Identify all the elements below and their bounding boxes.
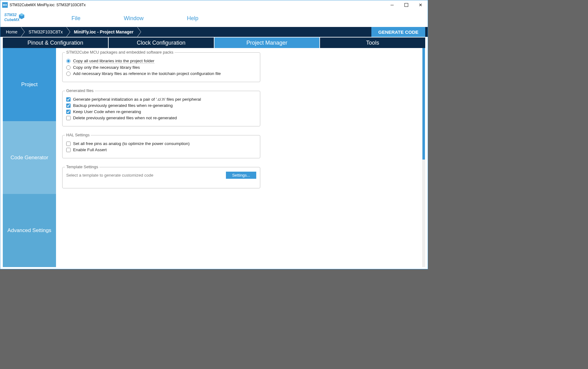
radio-copy-all-input[interactable]: [66, 59, 71, 63]
svg-text:CubeMX: CubeMX: [4, 18, 20, 22]
window-title: STM32CubeMX MiniFly.ioc: STM32F103C8Tx: [10, 3, 86, 7]
menu-window[interactable]: Window: [124, 15, 144, 22]
check-keep-user-code[interactable]: Keep User Code when re-generating: [66, 109, 256, 114]
app-window: MX STM32CubeMX MiniFly.ioc: STM32F103C8T…: [0, 0, 428, 269]
check-gen-pair-input[interactable]: [66, 97, 71, 102]
template-settings-button[interactable]: Settings...: [226, 172, 256, 179]
scrollbar-thumb[interactable]: [422, 48, 425, 160]
menu-help[interactable]: Help: [187, 15, 198, 22]
group-generated-files: Generated files Generate peripheral init…: [62, 91, 260, 126]
check-keep-user-code-label: Keep User Code when re-generating: [73, 109, 141, 114]
project-sidebar: Project Code Generator Advanced Settings: [3, 48, 56, 267]
main-pane: STM32Cube MCU packages and embedded soft…: [56, 48, 425, 267]
group-packages: STM32Cube MCU packages and embedded soft…: [62, 52, 260, 82]
vertical-scrollbar[interactable]: [422, 48, 425, 267]
check-backup-label: Backup previously generated files when r…: [73, 103, 173, 108]
check-keep-user-code-input[interactable]: [66, 110, 71, 114]
svg-text:STM32: STM32: [4, 13, 17, 17]
group-generated-legend: Generated files: [65, 88, 95, 93]
template-text: Select a template to generate customized…: [66, 173, 153, 178]
group-template-legend: Template Settings: [65, 165, 99, 169]
menu-items: File Window Help: [71, 15, 198, 22]
check-delete-prev[interactable]: Delete previously generated files when n…: [66, 116, 256, 120]
tab-tools[interactable]: Tools: [320, 37, 425, 48]
radio-add-reference-input[interactable]: [66, 72, 71, 76]
check-backup-input[interactable]: [66, 103, 71, 108]
group-template-settings: Template Settings Select a template to g…: [62, 167, 260, 188]
minimize-button[interactable]: [385, 0, 399, 10]
check-delete-prev-input[interactable]: [66, 116, 71, 120]
menubar: STM32 CubeMX File Window Help 10: [0, 10, 428, 27]
radio-add-reference-label: Add necessary library files as reference…: [73, 71, 221, 76]
menu-file[interactable]: File: [71, 15, 80, 22]
group-hal-legend: HAL Settings: [65, 133, 91, 137]
check-full-assert-label: Enable Full Assert: [73, 147, 107, 152]
check-full-assert-input[interactable]: [66, 148, 71, 152]
radio-copy-necessary-label: Copy only the necessary library files: [73, 65, 140, 70]
check-full-assert[interactable]: Enable Full Assert: [66, 147, 256, 152]
tab-project-manager[interactable]: Project Manager: [214, 37, 320, 48]
radio-add-reference[interactable]: Add necessary library files as reference…: [66, 71, 256, 76]
radio-copy-necessary[interactable]: Copy only the necessary library files: [66, 65, 256, 70]
breadcrumb-project[interactable]: MiniFly.ioc - Project Manager: [70, 27, 137, 37]
check-free-pins-analog-label: Set all free pins as analog (to optimize…: [73, 141, 190, 146]
check-gen-pair[interactable]: Generate peripheral initialization as a …: [66, 97, 256, 102]
sidebar-item-code-generator[interactable]: Code Generator: [3, 121, 56, 194]
group-hal-settings: HAL Settings Set all free pins as analog…: [62, 135, 260, 158]
st-cubemx-logo: STM32 CubeMX: [4, 12, 25, 24]
tab-pinout[interactable]: Pinout & Configuration: [3, 37, 108, 48]
sidebar-item-advanced[interactable]: Advanced Settings: [3, 194, 56, 267]
check-backup[interactable]: Backup previously generated files when r…: [66, 103, 256, 108]
window-controls: ✕: [385, 0, 428, 10]
breadcrumb-home[interactable]: Home: [2, 27, 21, 37]
tab-clock[interactable]: Clock Configuration: [109, 37, 214, 48]
social-icons: 10 STI: [396, 15, 424, 21]
group-packages-legend: STM32Cube MCU packages and embedded soft…: [65, 50, 175, 55]
content-area: Project Code Generator Advanced Settings…: [3, 48, 425, 267]
radio-copy-all[interactable]: Copy all used libraries into the project…: [66, 59, 256, 64]
app-icon: MX: [2, 2, 8, 8]
main-tabs: Pinout & Configuration Clock Configurati…: [3, 37, 425, 48]
titlebar: MX STM32CubeMX MiniFly.ioc: STM32F103C8T…: [0, 0, 428, 10]
breadcrumb-device[interactable]: STM32F103C8Tx: [25, 27, 66, 37]
check-delete-prev-label: Delete previously generated files when n…: [73, 116, 177, 120]
close-button[interactable]: ✕: [413, 0, 428, 10]
radio-copy-all-label: Copy all used libraries into the project…: [73, 59, 154, 64]
check-gen-pair-label: Generate peripheral initialization as a …: [73, 97, 201, 102]
radio-copy-necessary-input[interactable]: [66, 65, 71, 70]
check-free-pins-analog[interactable]: Set all free pins as analog (to optimize…: [66, 141, 256, 146]
maximize-button[interactable]: [399, 0, 413, 10]
check-free-pins-analog-input[interactable]: [66, 142, 71, 146]
breadcrumb: Home STM32F103C8Tx MiniFly.ioc - Project…: [0, 27, 428, 37]
sidebar-item-project[interactable]: Project: [3, 48, 56, 121]
generate-code-button[interactable]: GENERATE CODE: [371, 27, 425, 37]
